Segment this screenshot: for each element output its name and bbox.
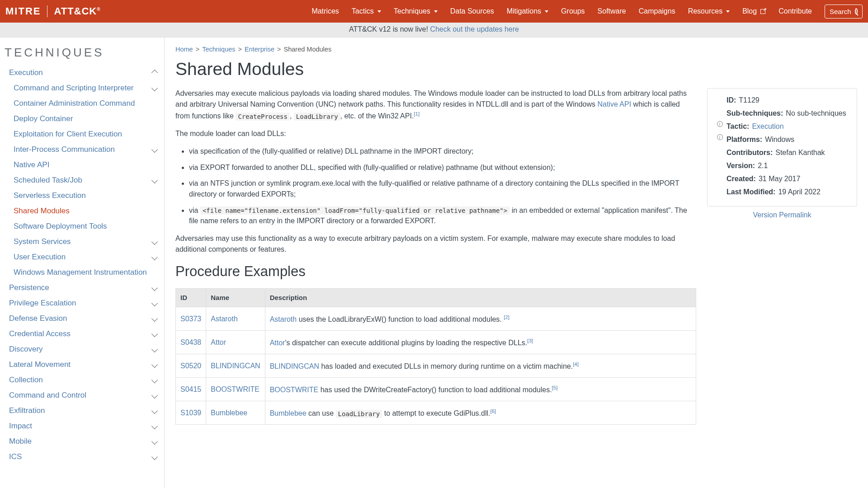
software-id-link[interactable]: S0438 bbox=[180, 338, 201, 346]
citation-link[interactable]: [4] bbox=[573, 361, 579, 367]
sidebar-item-windows-management-instrumentation[interactable]: Windows Management Instrumentation bbox=[0, 265, 164, 280]
software-link[interactable]: Attor bbox=[270, 339, 285, 347]
sidebar-item-scheduled-task-job[interactable]: Scheduled Task/Job bbox=[0, 173, 164, 188]
sidebar-item-label[interactable]: Shared Modules bbox=[14, 206, 70, 216]
sidebar-item-label[interactable]: Persistence bbox=[9, 283, 49, 292]
sidebar-item-label[interactable]: Inter-Process Communication bbox=[14, 145, 115, 154]
sidebar-item-label[interactable]: Serverless Execution bbox=[14, 191, 86, 200]
native-api-link[interactable]: Native API bbox=[597, 100, 631, 108]
sidebar-item-label[interactable]: Exploitation for Client Execution bbox=[14, 130, 122, 139]
sidebar-item-label[interactable]: Execution bbox=[9, 68, 43, 77]
sidebar-item-exfiltration[interactable]: Exfiltration bbox=[0, 403, 164, 418]
sidebar-item-exploitation-for-client-execution[interactable]: Exploitation for Client Execution bbox=[0, 127, 164, 142]
info-tactic-value[interactable]: Execution bbox=[752, 121, 783, 132]
citation-link[interactable]: [3] bbox=[527, 338, 533, 343]
sidebar-item-command-and-scripting-interpreter[interactable]: Command and Scripting Interpreter bbox=[0, 80, 164, 96]
breadcrumb-link[interactable]: Home bbox=[175, 46, 193, 53]
sidebar-item-label[interactable]: User Execution bbox=[14, 253, 66, 262]
main-content: Home>Techniques>Enterprise>Shared Module… bbox=[165, 38, 868, 488]
sidebar-item-command-and-control[interactable]: Command and Control bbox=[0, 388, 164, 403]
sidebar-item-label[interactable]: Exfiltration bbox=[9, 406, 45, 415]
sidebar-item-lateral-movement[interactable]: Lateral Movement bbox=[0, 357, 164, 372]
sidebar-item-persistence[interactable]: Persistence bbox=[0, 280, 164, 296]
sidebar-item-serverless-execution[interactable]: Serverless Execution bbox=[0, 188, 164, 203]
software-link[interactable]: BLINDINGCAN bbox=[270, 363, 319, 371]
breadcrumb-link[interactable]: Techniques bbox=[202, 46, 235, 53]
sidebar-item-label[interactable]: Privilege Escalation bbox=[9, 299, 76, 308]
nav-item-data-sources[interactable]: Data Sources bbox=[444, 4, 500, 19]
sidebar-item-user-execution[interactable]: User Execution bbox=[0, 249, 164, 265]
code-createprocess: CreateProcess bbox=[236, 113, 290, 121]
sidebar-item-discovery[interactable]: Discovery bbox=[0, 342, 164, 357]
nav-item-resources[interactable]: Resources bbox=[682, 4, 736, 19]
nav-item-tactics[interactable]: Tactics bbox=[345, 4, 387, 19]
sidebar-item-label[interactable]: System Services bbox=[14, 237, 71, 246]
software-name-link[interactable]: Attor bbox=[211, 338, 226, 346]
version-permalink[interactable]: Version Permalink bbox=[753, 211, 811, 219]
nav-item-contribute[interactable]: Contribute bbox=[772, 4, 818, 19]
software-link[interactable]: Astaroth bbox=[270, 316, 297, 324]
sidebar-item-execution[interactable]: Execution bbox=[0, 65, 164, 80]
citation-1[interactable]: [1] bbox=[414, 111, 420, 117]
sidebar-item-inter-process-communication[interactable]: Inter-Process Communication bbox=[0, 142, 164, 157]
sidebar-item-label[interactable]: Collection bbox=[9, 375, 43, 385]
description: Adversaries may execute malicious payloa… bbox=[175, 88, 696, 425]
sidebar-item-software-deployment-tools[interactable]: Software Deployment Tools bbox=[0, 219, 164, 234]
breadcrumb-link[interactable]: Enterprise bbox=[245, 46, 274, 53]
sidebar-item-label[interactable]: Credential Access bbox=[9, 329, 71, 338]
software-name-link[interactable]: BOOSTWRITE bbox=[211, 385, 259, 393]
nav-item-software[interactable]: Software bbox=[591, 4, 632, 19]
logo[interactable]: MITRE ATT&CK® bbox=[5, 5, 101, 17]
sidebar-item-container-administration-command[interactable]: Container Administration Command bbox=[0, 96, 164, 111]
software-id-link[interactable]: S0520 bbox=[180, 362, 201, 370]
chevron-down-icon bbox=[151, 315, 158, 322]
sidebar-item-label[interactable]: Mobile bbox=[9, 437, 32, 446]
software-link[interactable]: Bumblebee bbox=[270, 410, 307, 418]
sidebar-item-label[interactable]: Container Administration Command bbox=[14, 99, 135, 108]
sidebar-item-label[interactable]: Command and Scripting Interpreter bbox=[14, 84, 134, 93]
software-name-link[interactable]: Bumblebee bbox=[211, 409, 247, 417]
software-id-link[interactable]: S0415 bbox=[180, 385, 201, 393]
sidebar-item-collection[interactable]: Collection bbox=[0, 372, 164, 388]
sidebar-item-label[interactable]: Impact bbox=[9, 422, 32, 431]
sidebar-item-shared-modules[interactable]: Shared Modules bbox=[0, 203, 164, 219]
nav-item-mitigations[interactable]: Mitigations bbox=[500, 4, 555, 19]
citation-link[interactable]: [5] bbox=[552, 385, 558, 390]
sidebar-item-label[interactable]: ICS bbox=[9, 452, 22, 461]
nav-item-groups[interactable]: Groups bbox=[555, 4, 591, 19]
banner-link[interactable]: Check out the updates here bbox=[430, 25, 519, 33]
sidebar-item-mobile[interactable]: Mobile bbox=[0, 434, 164, 449]
sidebar-item-label[interactable]: Defense Evasion bbox=[9, 314, 67, 323]
nav-item-campaigns[interactable]: Campaigns bbox=[632, 4, 682, 19]
sidebar-item-label[interactable]: Windows Management Instrumentation bbox=[14, 268, 147, 277]
sidebar-item-label[interactable]: Discovery bbox=[9, 345, 43, 354]
sidebar-item-credential-access[interactable]: Credential Access bbox=[0, 326, 164, 342]
sidebar-item-ics[interactable]: ICS bbox=[0, 449, 164, 465]
description-cell: Attor's dispatcher can execute additiona… bbox=[265, 331, 696, 354]
sidebar-item-system-services[interactable]: System Services bbox=[0, 234, 164, 249]
software-name-link[interactable]: Astaroth bbox=[211, 315, 238, 323]
software-id-link[interactable]: S1039 bbox=[180, 409, 201, 417]
sidebar-item-label[interactable]: Software Deployment Tools bbox=[14, 222, 107, 231]
sidebar-item-label[interactable]: Native API bbox=[14, 160, 49, 169]
search-box[interactable]: Search bbox=[825, 5, 863, 19]
sidebar-item-label[interactable]: Deploy Container bbox=[14, 114, 73, 123]
software-id-link[interactable]: S0373 bbox=[180, 315, 201, 323]
sidebar-item-defense-evasion[interactable]: Defense Evasion bbox=[0, 311, 164, 326]
sidebar-item-label[interactable]: Lateral Movement bbox=[9, 360, 71, 369]
citation-link[interactable]: [6] bbox=[490, 408, 496, 414]
nav-item-techniques[interactable]: Techniques bbox=[387, 4, 444, 19]
info-contributors-label: Contributors: bbox=[726, 147, 773, 158]
info-modified-value: 19 April 2022 bbox=[778, 187, 820, 197]
sidebar-item-impact[interactable]: Impact bbox=[0, 418, 164, 434]
nav-item-matrices[interactable]: Matrices bbox=[305, 4, 345, 19]
software-name-link[interactable]: BLINDINGCAN bbox=[211, 362, 260, 370]
citation-link[interactable]: [2] bbox=[504, 314, 509, 320]
sidebar-item-privilege-escalation[interactable]: Privilege Escalation bbox=[0, 296, 164, 311]
software-link[interactable]: BOOSTWRITE bbox=[270, 386, 319, 394]
nav-item-blog[interactable]: Blog bbox=[736, 4, 772, 19]
sidebar-item-label[interactable]: Command and Control bbox=[9, 391, 86, 400]
sidebar-item-deploy-container[interactable]: Deploy Container bbox=[0, 111, 164, 127]
sidebar-item-label[interactable]: Scheduled Task/Job bbox=[14, 176, 82, 185]
sidebar-item-native-api[interactable]: Native API bbox=[0, 157, 164, 173]
